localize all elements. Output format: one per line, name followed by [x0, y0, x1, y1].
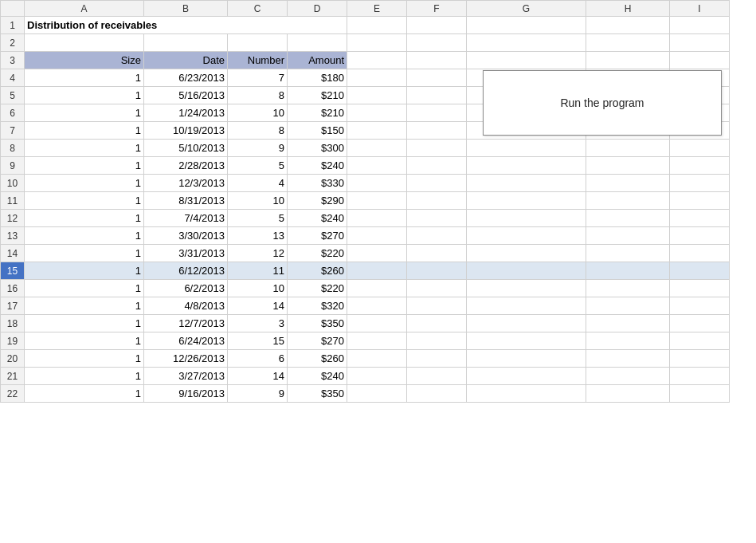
- cell-i20[interactable]: [670, 350, 730, 368]
- cell-a16[interactable]: 1: [25, 280, 144, 297]
- cell-g8[interactable]: [467, 140, 586, 157]
- cell-c8[interactable]: 9: [228, 140, 288, 157]
- cell-i21[interactable]: [670, 368, 730, 385]
- cell-d10[interactable]: $330: [288, 175, 347, 192]
- cell-f13[interactable]: [407, 227, 467, 245]
- cell-d12[interactable]: $240: [288, 210, 347, 227]
- cell-b9[interactable]: 2/28/2013: [144, 157, 228, 175]
- cell-a10[interactable]: 1: [25, 175, 144, 192]
- cell-h13[interactable]: [586, 227, 670, 245]
- cell-a20[interactable]: 1: [25, 350, 144, 368]
- cell-a6[interactable]: 1: [25, 104, 144, 122]
- cell-b7[interactable]: 10/19/2013: [144, 122, 228, 140]
- cell-c22[interactable]: 9: [228, 385, 288, 403]
- cell-g16[interactable]: [467, 280, 586, 297]
- cell-g11[interactable]: [467, 192, 586, 210]
- col-header-i[interactable]: I: [670, 1, 730, 17]
- cell-a11[interactable]: 1: [25, 192, 144, 210]
- cell-e8[interactable]: [347, 140, 407, 157]
- cell-b11[interactable]: 8/31/2013: [144, 192, 228, 210]
- cell-e12[interactable]: [347, 210, 407, 227]
- cell-f3[interactable]: [407, 52, 467, 69]
- cell-a7[interactable]: 1: [25, 122, 144, 140]
- cell-i17[interactable]: [670, 297, 730, 315]
- col-header-d[interactable]: D: [288, 1, 347, 17]
- cell-b2[interactable]: [144, 34, 228, 52]
- cell-c6[interactable]: 10: [228, 104, 288, 122]
- col-header-g[interactable]: G: [467, 1, 586, 17]
- cell-i2[interactable]: [670, 34, 730, 52]
- cell-h10[interactable]: [586, 175, 670, 192]
- cell-c2[interactable]: [228, 34, 288, 52]
- cell-c12[interactable]: 5: [228, 210, 288, 227]
- cell-c15[interactable]: 11: [228, 262, 288, 280]
- cell-i10[interactable]: [670, 175, 730, 192]
- cell-d20[interactable]: $260: [288, 350, 347, 368]
- cell-h15[interactable]: [586, 262, 670, 280]
- cell-h19[interactable]: [586, 332, 670, 350]
- cell-g10[interactable]: [467, 175, 586, 192]
- cell-g21[interactable]: [467, 368, 586, 385]
- cell-f17[interactable]: [407, 297, 467, 315]
- cell-b17[interactable]: 4/8/2013: [144, 297, 228, 315]
- cell-b6[interactable]: 1/24/2013: [144, 104, 228, 122]
- cell-b21[interactable]: 3/27/2013: [144, 368, 228, 385]
- cell-f10[interactable]: [407, 175, 467, 192]
- cell-a5[interactable]: 1: [25, 87, 144, 104]
- cell-e2[interactable]: [347, 34, 407, 52]
- cell-g12[interactable]: [467, 210, 586, 227]
- cell-f4[interactable]: [407, 69, 467, 87]
- cell-a12[interactable]: 1: [25, 210, 144, 227]
- cell-f18[interactable]: [407, 315, 467, 332]
- cell-h21[interactable]: [586, 368, 670, 385]
- cell-a14[interactable]: 1: [25, 245, 144, 262]
- cell-f16[interactable]: [407, 280, 467, 297]
- cell-h20[interactable]: [586, 350, 670, 368]
- cell-i22[interactable]: [670, 385, 730, 403]
- cell-g20[interactable]: [467, 350, 586, 368]
- cell-c9[interactable]: 5: [228, 157, 288, 175]
- cell-g9[interactable]: [467, 157, 586, 175]
- cell-d16[interactable]: $220: [288, 280, 347, 297]
- col-header-c[interactable]: C: [228, 1, 288, 17]
- cell-g22[interactable]: [467, 385, 586, 403]
- cell-e15[interactable]: [347, 262, 407, 280]
- cell-g1[interactable]: [467, 17, 586, 34]
- cell-a4[interactable]: 1: [25, 69, 144, 87]
- cell-b18[interactable]: 12/7/2013: [144, 315, 228, 332]
- cell-i18[interactable]: [670, 315, 730, 332]
- cell-e13[interactable]: [347, 227, 407, 245]
- cell-e19[interactable]: [347, 332, 407, 350]
- cell-d22[interactable]: $350: [288, 385, 347, 403]
- col-header-f[interactable]: F: [407, 1, 467, 17]
- cell-b16[interactable]: 6/2/2013: [144, 280, 228, 297]
- cell-f21[interactable]: [407, 368, 467, 385]
- cell-f7[interactable]: [407, 122, 467, 140]
- cell-a2[interactable]: [25, 34, 144, 52]
- cell-d2[interactable]: [288, 34, 347, 52]
- cell-e17[interactable]: [347, 297, 407, 315]
- cell-c20[interactable]: 6: [228, 350, 288, 368]
- cell-e1[interactable]: [347, 17, 407, 34]
- cell-e7[interactable]: [347, 122, 407, 140]
- cell-g2[interactable]: [467, 34, 586, 52]
- cell-i15[interactable]: [670, 262, 730, 280]
- cell-c19[interactable]: 15: [228, 332, 288, 350]
- cell-d13[interactable]: $270: [288, 227, 347, 245]
- cell-g3[interactable]: [467, 52, 586, 69]
- cell-f1[interactable]: [407, 17, 467, 34]
- cell-i1[interactable]: [670, 17, 730, 34]
- cell-e20[interactable]: [347, 350, 407, 368]
- cell-d19[interactable]: $270: [288, 332, 347, 350]
- cell-f19[interactable]: [407, 332, 467, 350]
- cell-d18[interactable]: $350: [288, 315, 347, 332]
- cell-e14[interactable]: [347, 245, 407, 262]
- cell-a22[interactable]: 1: [25, 385, 144, 403]
- cell-amount-header[interactable]: Amount: [288, 52, 347, 69]
- cell-f20[interactable]: [407, 350, 467, 368]
- cell-g13[interactable]: [467, 227, 586, 245]
- cell-c4[interactable]: 7: [228, 69, 288, 87]
- cell-b19[interactable]: 6/24/2013: [144, 332, 228, 350]
- cell-b20[interactable]: 12/26/2013: [144, 350, 228, 368]
- cell-h18[interactable]: [586, 315, 670, 332]
